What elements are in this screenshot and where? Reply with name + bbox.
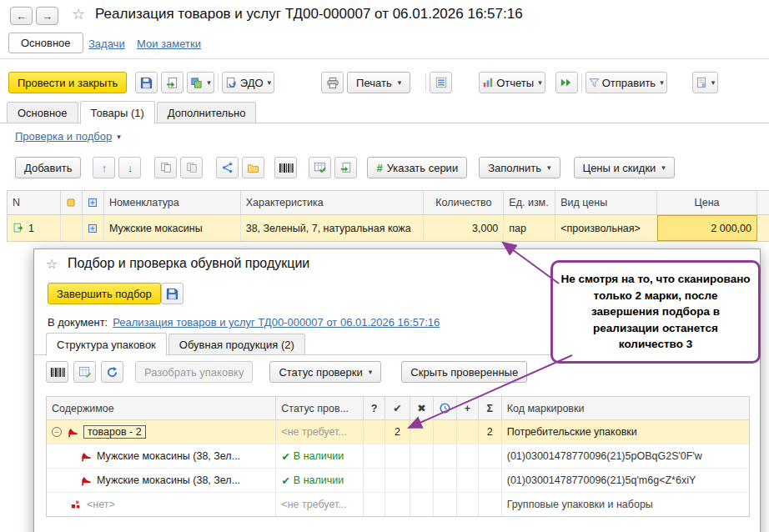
favorite-star-icon[interactable]: ☆: [72, 5, 85, 23]
cell-nomenclature[interactable]: Мужские мокасины: [104, 215, 241, 241]
fill-button[interactable]: Заполнить ▾: [479, 157, 560, 178]
col-n[interactable]: N: [8, 191, 61, 214]
edo-button[interactable]: ЭДО ▾: [222, 72, 274, 93]
item-marking-code[interactable]: (01)03001478770096(21)5q'm6g<Z*6xiY: [502, 469, 749, 492]
none-code[interactable]: Групповые упаковки и наборы: [502, 493, 749, 516]
col-question[interactable]: ?: [364, 397, 385, 419]
row-flag-cell[interactable]: [61, 215, 83, 241]
document-settings-button[interactable]: ▾: [692, 72, 719, 93]
send-button[interactable]: Отправить ▾: [586, 72, 667, 93]
modal-save-button[interactable]: [161, 283, 183, 304]
reports-button[interactable]: Отчеты ▾: [479, 72, 545, 93]
copy-alt-button[interactable]: [180, 157, 203, 178]
unpack-button[interactable]: Разобрать упаковку: [135, 361, 253, 383]
group-failed-cell[interactable]: [410, 420, 434, 444]
group-code[interactable]: Потребительские упаковки: [502, 420, 749, 444]
tab-main[interactable]: Основное: [7, 102, 78, 123]
tab-extra[interactable]: Дополнительно: [157, 102, 257, 123]
load-button[interactable]: [334, 157, 357, 178]
add-row-button[interactable]: Добавить: [15, 157, 81, 178]
finish-picking-button[interactable]: Завершить подбор: [48, 283, 161, 304]
cell-unit[interactable]: пар: [504, 215, 555, 241]
nav-tab-main[interactable]: Основное: [8, 33, 83, 53]
col-checked[interactable]: ✔: [385, 397, 410, 419]
structure-row-group[interactable]: − товаров - 2 <не требует... 2 2 Потреби…: [47, 419, 749, 444]
tab-package-structure[interactable]: Структура упаковок: [46, 333, 167, 356]
item-pending-cell[interactable]: [434, 444, 457, 468]
col-characteristic[interactable]: Характеристика: [241, 191, 425, 214]
item-total-cell[interactable]: [479, 444, 502, 468]
none-failed-cell[interactable]: [410, 493, 434, 516]
cell-characteristic[interactable]: 38, Зеленый, 7, натуральная кожа: [241, 215, 425, 241]
none-checked-cell[interactable]: [385, 493, 410, 516]
barcode-scan-button[interactable]: [274, 157, 297, 178]
cell-price[interactable]: 2 000,00: [657, 215, 757, 241]
item-failed-cell[interactable]: [410, 469, 434, 492]
hide-checked-button[interactable]: Скрыть проверенные: [401, 361, 527, 383]
nav-link-notes[interactable]: Мои заметки: [137, 38, 201, 50]
col-pending[interactable]: [434, 397, 457, 419]
row-char-flag-cell[interactable]: [83, 215, 104, 241]
group-question-cell[interactable]: [364, 420, 385, 444]
none-pending-cell[interactable]: [434, 493, 457, 516]
none-question-cell[interactable]: [364, 493, 385, 516]
tab-goods[interactable]: Товары (1): [80, 101, 155, 124]
item-status[interactable]: ✔В наличии: [276, 469, 364, 492]
run-checks-button[interactable]: [555, 72, 578, 93]
group-status[interactable]: <не требует...: [276, 420, 364, 444]
structure-row-item[interactable]: Мужские мокасины (38, Зел... ✔В наличии …: [47, 444, 749, 468]
item-added-cell[interactable]: [457, 469, 479, 492]
col-price[interactable]: Цена: [657, 191, 757, 214]
quick-print-button[interactable]: [321, 72, 344, 93]
item-pending-cell[interactable]: [434, 469, 457, 492]
prices-discounts-button[interactable]: Цены и скидки ▾: [574, 157, 675, 178]
item-status[interactable]: ✔В наличии: [276, 444, 364, 468]
save-button[interactable]: [135, 72, 158, 93]
none-added-cell[interactable]: [457, 493, 479, 516]
collapse-icon[interactable]: −: [52, 427, 62, 437]
item-question-cell[interactable]: [364, 469, 385, 492]
item-question-cell[interactable]: [364, 444, 385, 468]
col-content[interactable]: Содержимое: [47, 397, 276, 419]
check-and-pick-link[interactable]: Проверка и подбор ▾: [15, 130, 121, 143]
item-checked-cell[interactable]: [385, 444, 410, 468]
check-table-button[interactable]: [309, 157, 331, 178]
tab-footwear-products[interactable]: Обувная продукция (2): [168, 334, 305, 355]
structure-row-none[interactable]: <нет> <не требует... Групповые упаковки …: [47, 492, 749, 516]
cell-qty[interactable]: 3,000: [424, 215, 504, 241]
col-price-type[interactable]: Вид цены: [555, 191, 657, 214]
post-and-close-button[interactable]: Провести и закрыть: [8, 72, 127, 93]
col-nomenclature[interactable]: Номенклатура: [104, 191, 241, 214]
structure-row-item[interactable]: Мужские мокасины (38, Зел... ✔В наличии …: [47, 468, 749, 492]
copy-row-button[interactable]: [154, 157, 177, 178]
item-marking-code[interactable]: (01)03001478770096(21)5pOBqG2S'0F'w: [502, 444, 749, 468]
col-total[interactable]: Σ: [479, 397, 502, 419]
save-variant-button[interactable]: [161, 72, 183, 93]
linked-structure-button[interactable]: [216, 157, 239, 178]
create-based-on-button[interactable]: ▾: [187, 72, 214, 93]
col-char-icon[interactable]: [83, 191, 104, 214]
list-view-button[interactable]: [430, 72, 452, 93]
group-checked-count[interactable]: 2: [385, 420, 410, 444]
col-flag-icon[interactable]: [61, 191, 83, 214]
group-pending-cell[interactable]: [434, 420, 457, 444]
modal-table-edit-button[interactable]: [73, 361, 96, 383]
goods-row[interactable]: 1 Мужские мокасины 38, Зеленый, 7, натур…: [8, 214, 769, 241]
col-status[interactable]: Статус пров...: [276, 397, 364, 419]
print-button[interactable]: Печать ▾: [347, 72, 410, 93]
modal-favorite-star-icon[interactable]: ☆: [46, 256, 58, 272]
set-series-button[interactable]: # Указать серии: [367, 157, 467, 178]
item-added-cell[interactable]: [457, 444, 479, 468]
move-up-button[interactable]: ↑: [93, 157, 115, 178]
check-status-button[interactable]: Статус проверки ▾: [269, 361, 381, 383]
group-total-count[interactable]: 2: [479, 420, 502, 444]
cell-price-type[interactable]: <произвольная>: [555, 215, 657, 241]
forward-button[interactable]: →: [36, 7, 58, 25]
col-added[interactable]: +: [457, 397, 479, 419]
col-failed[interactable]: ✖: [410, 397, 434, 419]
item-total-cell[interactable]: [479, 469, 502, 492]
modal-barcode-button[interactable]: [46, 361, 68, 383]
target-document-link[interactable]: Реализация товаров и услуг ТД00-000007 о…: [113, 316, 440, 329]
none-total-cell[interactable]: [479, 493, 502, 516]
col-marking-code[interactable]: Код маркировки: [502, 397, 749, 419]
